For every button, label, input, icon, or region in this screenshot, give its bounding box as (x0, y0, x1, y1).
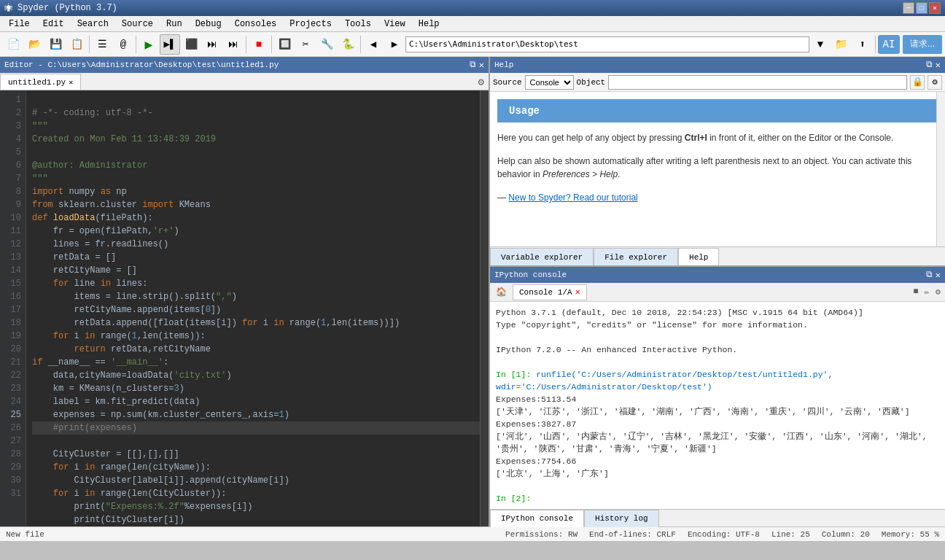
run-cell-button[interactable]: ⬛ (181, 34, 201, 55)
console-panel: IPython console ⧉ ✕ 🏠 Console 1/A ✕ ■ ✏ … (490, 267, 945, 526)
in1-code: runfile('C:/Users/Administrator/Desktop/… (496, 370, 833, 392)
save-button[interactable]: 💾 (45, 34, 66, 55)
python-button[interactable]: 🐍 (338, 34, 358, 55)
find-button[interactable]: 🔲 (274, 34, 295, 55)
maximize-button[interactable]: □ (916, 2, 928, 14)
object-label: Object (577, 78, 606, 87)
console-tabs-bottom: IPython console History log (490, 509, 945, 526)
request-button[interactable]: 请求... (903, 35, 942, 54)
status-new-file: New file (6, 530, 494, 539)
menu-run[interactable]: Run (160, 18, 188, 31)
code-area[interactable]: # -*- coding: utf-8 -*- """ Created on M… (26, 90, 489, 526)
console-home-icon[interactable]: 🏠 (496, 287, 507, 298)
menu-help[interactable]: Help (413, 18, 446, 31)
line-num: 23 (4, 382, 21, 395)
tools-button[interactable]: 🔧 (316, 34, 337, 55)
menu-bar: File Edit Search Source Run Debug Consol… (0, 16, 945, 32)
editor-undock-button[interactable]: ⧉ (470, 60, 476, 71)
toolbar-sep-2 (136, 36, 136, 53)
menu-edit[interactable]: Edit (37, 18, 70, 31)
assistant-button[interactable]: AI (878, 35, 900, 54)
console-stop-button[interactable]: ■ (911, 285, 919, 299)
forward-button[interactable]: ▶ (384, 34, 405, 55)
main-area: Editor - C:\Users\Administrator\Desktop\… (0, 57, 945, 526)
editor-tab-untitled1[interactable]: untitled1.py ✕ (0, 74, 81, 90)
line-num: 29 (4, 461, 21, 474)
line-num: 16 (4, 290, 21, 303)
cluster3-line: ['北京', '上海', '广东'] (496, 467, 939, 480)
console-content[interactable]: Python 3.7.1 (default, Dec 10 2018, 22:5… (490, 302, 945, 509)
help-undock-button[interactable]: ⧉ (926, 60, 933, 71)
tab-file-explorer[interactable]: File explorer (594, 248, 678, 265)
debug-button[interactable]: ⏭ (223, 34, 244, 55)
console-icons: ■ ✏ ⚙ (911, 285, 942, 299)
at-button[interactable]: @ (113, 34, 133, 55)
new-file-button[interactable]: 📄 (3, 34, 23, 55)
console-tabs: 🏠 Console 1/A ✕ ■ ✏ ⚙ (490, 283, 945, 302)
help-title: Help (494, 61, 513, 69)
help-scrollbar[interactable] (936, 92, 945, 246)
line-num: 27 (4, 435, 21, 448)
menu-debug[interactable]: Debug (190, 18, 228, 31)
python-version-line: Python 3.7.1 (default, Dec 10 2018, 22:5… (496, 306, 939, 319)
editor-title: Editor - C:\Users\Administrator\Desktop\… (4, 61, 279, 69)
menu-view[interactable]: View (378, 18, 411, 31)
cluster1-line: ['天津', '江苏', '浙江', '福建', '湖南', '广西', '海南… (496, 405, 939, 418)
menu-projects[interactable]: Projects (284, 18, 338, 31)
stop-button[interactable]: ■ (249, 34, 269, 55)
tab-ipython-console[interactable]: IPython console (490, 510, 584, 527)
source-dropdown[interactable]: Console Editor (525, 75, 574, 90)
title-bar-controls: ─ □ ✕ (903, 2, 941, 14)
source-label: Source (493, 78, 522, 87)
minimize-button[interactable]: ─ (903, 2, 914, 14)
menu-source[interactable]: Source (116, 18, 159, 31)
menu-search[interactable]: Search (71, 18, 114, 31)
console-close-button[interactable]: ✕ (936, 270, 941, 281)
menu-file[interactable]: File (3, 18, 36, 31)
close-button[interactable]: ✕ (929, 2, 941, 14)
console-tab-close[interactable]: ✕ (575, 287, 580, 298)
editor-tab-close[interactable]: ✕ (69, 78, 73, 87)
console-settings-button[interactable]: ⚙ (934, 285, 942, 299)
cut-button[interactable]: ✂ (295, 34, 316, 55)
line-num: 24 (4, 395, 21, 408)
list-button[interactable]: ☰ (92, 34, 112, 55)
help-close-button[interactable]: ✕ (936, 60, 941, 71)
menu-consoles[interactable]: Consoles (229, 18, 283, 31)
line-num: 17 (4, 303, 21, 316)
tab-help[interactable]: Help (678, 248, 719, 265)
console-spacer2 (496, 480, 939, 492)
console-title: IPython console (494, 271, 567, 279)
spyder-tutorial-link[interactable]: New to Spyder? Read our tutorial (508, 192, 637, 203)
console-undock-button[interactable]: ⧉ (926, 270, 933, 281)
toolbar-sep-1 (89, 36, 90, 53)
editor-content: 1 2 3 4 5 6 7 8 9 10 11 12 13 14 15 16 1… (0, 90, 489, 526)
back-button[interactable]: ◀ (363, 34, 384, 55)
menu-tools[interactable]: Tools (339, 18, 377, 31)
up-button[interactable]: ⬆ (852, 34, 873, 55)
run-cell-next-button[interactable]: ⏭ (202, 34, 222, 55)
console-tab-1[interactable]: Console 1/A ✕ (513, 284, 587, 300)
console-edit-button[interactable]: ✏ (923, 285, 931, 299)
editor-scrollbar[interactable] (480, 90, 489, 526)
run-button[interactable]: ▶ (139, 34, 159, 55)
tab-history-log[interactable]: History log (584, 510, 659, 527)
app-title: Spyder (Python 3.7) (18, 3, 117, 13)
help-lock-button[interactable]: 🔒 (910, 75, 925, 90)
save-all-button[interactable]: 📋 (66, 34, 87, 55)
expenses3-line: Expenses:7754.66 (496, 455, 939, 467)
line-num: 18 (4, 316, 21, 330)
tab-variable-explorer-label: Variable explorer (501, 253, 583, 262)
line-num: 25 (4, 408, 21, 421)
editor-settings-button[interactable]: ⚙ (474, 74, 489, 90)
browse-button[interactable]: 📁 (831, 34, 852, 55)
run-file-button[interactable]: ▶▌ (160, 34, 180, 55)
object-input[interactable] (608, 75, 907, 90)
path-input[interactable] (405, 36, 809, 52)
tab-variable-explorer[interactable]: Variable explorer (490, 248, 594, 265)
path-dropdown-button[interactable]: ▼ (810, 34, 831, 55)
line-num: 2 (4, 106, 21, 120)
open-file-button[interactable]: 📂 (24, 34, 44, 55)
help-settings-button[interactable]: ⚙ (928, 75, 942, 90)
editor-close-button[interactable]: ✕ (479, 60, 484, 71)
